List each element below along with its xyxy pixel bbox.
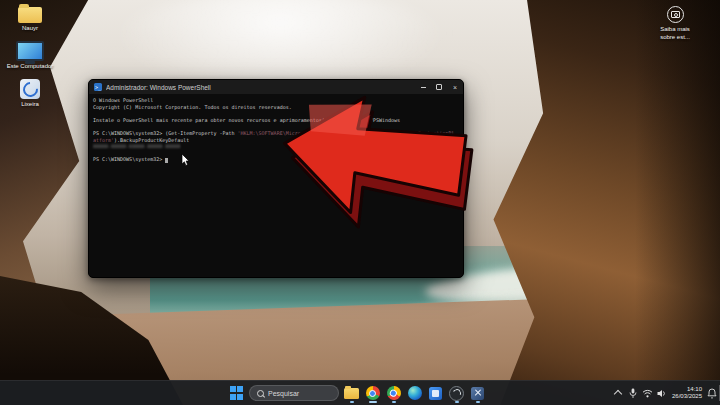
tray-date: 26/03/2025	[672, 393, 702, 400]
camera-icon	[667, 6, 684, 23]
terminal-line: O Windows PowerShell	[93, 97, 459, 104]
wallpaper-right-shadow	[635, 0, 720, 405]
windows-logo-icon	[230, 386, 243, 399]
desktop-icon-label: Nauyr	[22, 25, 38, 32]
file-explorer-icon	[344, 388, 359, 399]
dark-round-app-icon	[449, 386, 464, 401]
desktop-icon-label: Este Computador	[7, 63, 54, 70]
running-indicator	[455, 401, 459, 403]
terminal-line	[93, 123, 459, 130]
taskbar-app-blue-app[interactable]	[427, 382, 444, 404]
recycle-bin-icon	[20, 79, 40, 99]
running-indicator	[476, 401, 480, 403]
desktop-icon-column: Nauyr Este Computador Lixeira	[2, 3, 58, 108]
volume-icon	[657, 389, 667, 398]
close-button[interactable]: ×	[447, 80, 463, 94]
chrome-icon	[366, 386, 380, 400]
powershell-titlebar[interactable]: >_ Administrador: Windows PowerShell ×	[89, 80, 463, 94]
taskbar-app-x-app[interactable]	[469, 382, 486, 404]
network-volume-group[interactable]	[642, 389, 667, 398]
folder-icon	[18, 7, 42, 23]
terminal-line: Instale o PowerShell mais recente para o…	[93, 117, 459, 124]
spotlight-label-line1: Saiba mais	[660, 26, 690, 33]
minimize-button[interactable]	[415, 80, 431, 94]
terminal-line: PS C:\WINDOWS\system32> (Get-ItemPropert…	[93, 130, 459, 137]
window-title: Administrador: Windows PowerShell	[106, 84, 415, 91]
terminal-line	[93, 110, 459, 117]
start-button[interactable]	[228, 382, 245, 404]
spotlight-label-line2: sobre est...	[660, 34, 690, 41]
running-indicator	[350, 401, 354, 403]
desktop-icon-this-pc[interactable]: Este Computador	[2, 41, 58, 70]
notification-bell-icon[interactable]	[707, 388, 717, 399]
terminal-line: Copyright (C) Microsoft Corporation. Tod…	[93, 104, 459, 111]
maximize-icon	[436, 84, 443, 91]
microphone-icon[interactable]	[629, 388, 637, 399]
tray-overflow-button[interactable]	[612, 382, 624, 404]
system-tray: 14:10 26/03/2025	[612, 381, 717, 405]
taskbar-app-dark-round-app[interactable]	[448, 382, 465, 404]
powershell-window: >_ Administrador: Windows PowerShell × O…	[88, 79, 464, 278]
running-indicator	[392, 401, 396, 403]
terminal-line: XXXXX-XXXXX-XXXXX-XXXXX-XXXXX	[93, 143, 459, 150]
terminal-line: PS C:\WINDOWS\system32>	[93, 156, 459, 163]
running-indicator	[369, 401, 377, 403]
search-icon	[257, 390, 264, 397]
terminal-body[interactable]: O Windows PowerShellCopyright (C) Micros…	[89, 94, 463, 277]
wifi-icon	[642, 389, 653, 398]
maximize-button[interactable]	[431, 80, 447, 94]
desktop-icon-label: Lixeira	[21, 101, 39, 108]
taskbar-app-chrome[interactable]	[364, 382, 381, 404]
taskbar-center: Pesquisar	[228, 381, 486, 405]
taskbar-app-chrome-profile-2[interactable]	[385, 382, 402, 404]
taskbar-app-edge[interactable]	[406, 382, 423, 404]
terminal-line	[93, 150, 459, 157]
desktop-icon-recycle-bin[interactable]: Lixeira	[2, 79, 58, 108]
chrome-profile-2-icon	[384, 383, 403, 402]
taskbar-search[interactable]: Pesquisar	[249, 385, 339, 401]
search-label: Pesquisar	[268, 390, 299, 397]
powershell-icon: >_	[94, 83, 102, 91]
taskbar-clock[interactable]: 14:10 26/03/2025	[672, 386, 702, 400]
minimize-icon	[421, 87, 426, 88]
tray-time: 14:10	[672, 386, 702, 393]
taskbar-app-file-explorer[interactable]	[343, 382, 360, 404]
desktop-icon-user-folder[interactable]: Nauyr	[2, 3, 58, 32]
x-app-icon	[471, 387, 484, 400]
redacted-product-key: XXXXX-XXXXX-XXXXX-XXXXX-XXXXX	[93, 143, 180, 149]
taskbar: Pesquisar	[0, 380, 720, 405]
this-pc-icon	[16, 41, 44, 61]
chevron-up-icon	[614, 390, 622, 398]
blue-app-icon	[429, 387, 442, 400]
spotlight-learn-more[interactable]: Saiba mais sobre est...	[638, 6, 712, 41]
window-controls: ×	[415, 80, 463, 94]
edge-icon	[408, 386, 422, 400]
